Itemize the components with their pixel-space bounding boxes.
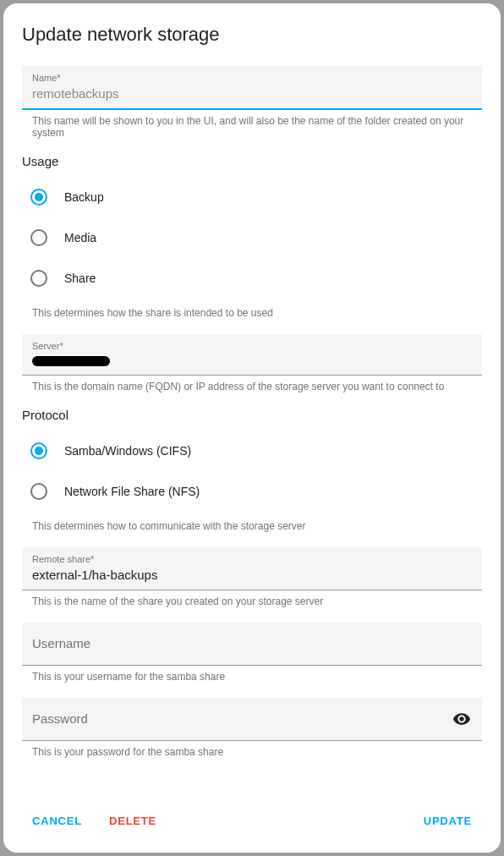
- usage-section-label: Usage: [22, 154, 482, 168]
- radio-icon: [30, 483, 47, 500]
- protocol-radio-group: Samba/Windows (CIFS) Network File Share …: [22, 431, 482, 512]
- delete-button[interactable]: DELETE: [99, 808, 167, 834]
- protocol-option-label: Samba/Windows (CIFS): [64, 444, 191, 458]
- visibility-toggle-icon[interactable]: [452, 709, 472, 729]
- server-label: Server*: [32, 341, 472, 351]
- server-field[interactable]: Server*: [22, 334, 482, 376]
- cancel-button[interactable]: CANCEL: [22, 808, 92, 834]
- server-value-redacted: [32, 356, 110, 366]
- protocol-option-nfs[interactable]: Network File Share (NFS): [30, 471, 482, 512]
- radio-icon: [30, 189, 47, 206]
- radio-icon: [30, 229, 47, 246]
- remote-share-field[interactable]: Remote share* external-1/ha-backups: [22, 547, 482, 590]
- name-field-block: Name* remotebackups This name will be sh…: [22, 66, 482, 139]
- update-network-storage-dialog: Update network storage Name* remotebacku…: [3, 3, 501, 853]
- usage-option-share[interactable]: Share: [30, 258, 482, 299]
- remote-share-field-block: Remote share* external-1/ha-backups This…: [22, 547, 482, 607]
- protocol-option-cifs[interactable]: Samba/Windows (CIFS): [30, 431, 482, 471]
- usage-option-media[interactable]: Media: [30, 217, 482, 258]
- protocol-section-label: Protocol: [22, 408, 482, 422]
- password-placeholder: Password: [32, 711, 88, 726]
- username-field-block: Username This is your username for the s…: [22, 623, 482, 683]
- name-field[interactable]: Name* remotebackups: [22, 66, 482, 110]
- update-button[interactable]: UPDATE: [414, 808, 482, 834]
- username-helper: This is your username for the samba shar…: [22, 666, 482, 683]
- dialog-actions: CANCEL DELETE UPDATE: [22, 808, 482, 834]
- password-field[interactable]: Password: [22, 698, 482, 741]
- remote-share-helper: This is the name of the share you create…: [22, 590, 482, 607]
- name-helper: This name will be shown to you in the UI…: [22, 110, 482, 139]
- server-helper: This is the domain name (FQDN) or IP add…: [22, 376, 482, 392]
- password-field-block: Password This is your password for the s…: [22, 698, 482, 758]
- radio-icon: [30, 442, 47, 459]
- remote-share-label: Remote share*: [32, 554, 472, 564]
- name-input[interactable]: remotebackups: [32, 85, 472, 103]
- usage-option-backup[interactable]: Backup: [30, 177, 482, 217]
- username-field[interactable]: Username: [22, 623, 482, 666]
- dialog-title: Update network storage: [22, 24, 482, 46]
- remote-share-input[interactable]: external-1/ha-backups: [32, 566, 472, 584]
- usage-option-label: Media: [64, 231, 96, 244]
- password-helper: This is your password for the samba shar…: [22, 741, 482, 758]
- protocol-helper: This determines how to communicate with …: [22, 515, 482, 532]
- name-label: Name*: [32, 73, 472, 83]
- usage-radio-group: Backup Media Share: [22, 177, 482, 299]
- username-placeholder: Username: [32, 636, 90, 650]
- usage-option-label: Share: [64, 272, 96, 285]
- server-field-block: Server* This is the domain name (FQDN) o…: [22, 334, 482, 392]
- usage-helper: This determines how the share is intende…: [22, 302, 482, 319]
- radio-icon: [30, 270, 47, 287]
- protocol-option-label: Network File Share (NFS): [64, 485, 200, 498]
- usage-option-label: Backup: [64, 190, 104, 204]
